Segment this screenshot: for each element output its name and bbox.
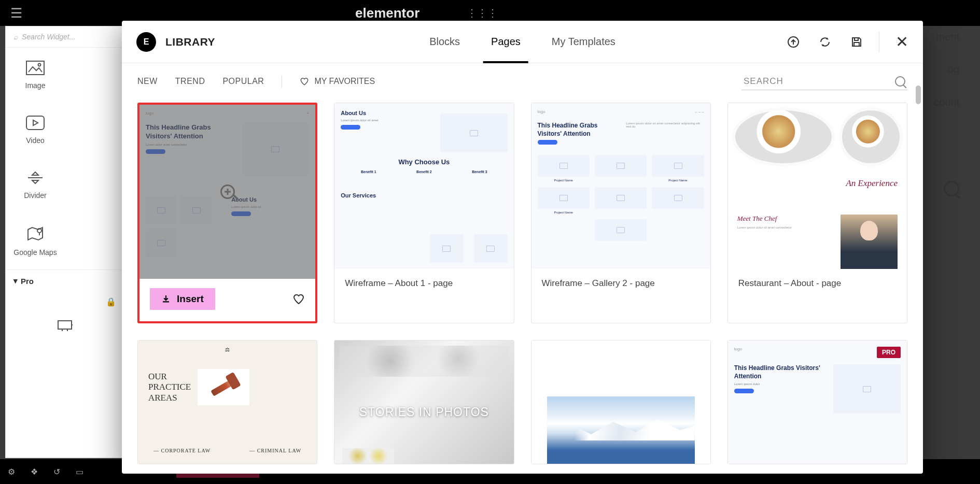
svg-point-1 <box>38 64 41 66</box>
template-thumbnail[interactable]: STEP INTO THE WILD Lorem ipsum dolor sit… <box>531 340 710 464</box>
template-card[interactable]: PRO logo– – – This Headline Grabs Visito… <box>727 340 907 464</box>
library-tabs: Blocks Pages My Templates <box>429 21 615 63</box>
template-card[interactable]: STORIES IN PHOTOS <box>334 340 514 464</box>
search-input[interactable] <box>744 76 887 87</box>
save-icon[interactable] <box>850 35 863 49</box>
library-modal: E LIBRARY Blocks Pages My Templates ✕ NE… <box>122 21 923 474</box>
template-card[interactable]: ⚖ OUR PRACTICE AREAS — CORPORATE LAW — C… <box>137 340 317 464</box>
insert-button[interactable]: Insert <box>150 288 215 310</box>
search-icon <box>895 76 905 87</box>
template-thumbnail[interactable]: logo≡ This Headline Grabs Visitors' Atte… <box>139 105 315 279</box>
widget-google-maps[interactable]: Google Maps <box>6 212 65 269</box>
history-icon[interactable]: ↺ <box>53 467 60 477</box>
filter-trend[interactable]: TREND <box>175 77 205 86</box>
widget-divider[interactable]: Divider <box>6 158 65 212</box>
filter-new[interactable]: NEW <box>137 77 158 86</box>
upload-icon[interactable] <box>787 35 800 49</box>
widget-image[interactable]: Image <box>6 48 65 103</box>
widget-video[interactable]: Video <box>6 103 65 158</box>
sync-icon[interactable] <box>818 35 832 49</box>
filter-row: NEW TREND POPULAR MY FAVORITES <box>122 63 923 99</box>
template-card[interactable]: logo– – – This Headline Grabs Visitors' … <box>531 103 711 323</box>
heart-icon <box>300 77 309 86</box>
template-grid: logo≡ This Headline Grabs Visitors' Atte… <box>137 103 907 464</box>
svg-marker-3 <box>33 120 38 125</box>
map-icon <box>26 225 45 242</box>
modal-title: LIBRARY <box>165 36 215 48</box>
pro-badge: PRO <box>877 347 901 358</box>
template-title: Restaurant – About - page <box>738 278 841 289</box>
template-card[interactable]: About Us Lorem ipsum dolor sit amet Why … <box>334 103 514 323</box>
divider <box>282 75 282 88</box>
template-thumbnail[interactable]: logo– – – This Headline Grabs Visitors' … <box>531 103 710 269</box>
scrollbar-thumb[interactable] <box>916 86 921 104</box>
svg-rect-8 <box>58 321 72 329</box>
filter-popular[interactable]: POPULAR <box>222 77 264 86</box>
template-thumbnail[interactable]: About Us Lorem ipsum dolor sit amet Why … <box>334 103 513 269</box>
layers-icon[interactable]: ❖ <box>31 467 38 477</box>
svg-rect-0 <box>26 61 44 75</box>
template-title: Wireframe – Gallery 2 - page <box>542 278 655 289</box>
search-icon: ⌕ <box>13 33 18 41</box>
chevron-down-icon: ▾ <box>13 276 18 286</box>
settings-icon[interactable]: ⚙ <box>8 467 15 477</box>
image-icon <box>26 61 45 75</box>
tab-my-templates[interactable]: My Templates <box>552 21 615 63</box>
video-icon <box>26 116 45 130</box>
svg-rect-2 <box>26 116 44 130</box>
tab-blocks[interactable]: Blocks <box>429 21 460 63</box>
svg-marker-4 <box>32 172 38 175</box>
template-thumbnail[interactable]: STORIES IN PHOTOS <box>334 340 513 464</box>
magnify-icon <box>220 184 235 199</box>
modal-header: E LIBRARY Blocks Pages My Templates ✕ <box>122 21 923 63</box>
responsive-icon[interactable]: ▭ <box>76 467 83 477</box>
download-icon <box>161 294 171 304</box>
template-thumbnail[interactable]: An Experience Meet The Chef Lorem ipsum … <box>728 103 907 269</box>
search-icon[interactable] <box>944 181 959 196</box>
template-thumbnail[interactable]: ⚖ OUR PRACTICE AREAS — CORPORATE LAW — C… <box>138 340 317 464</box>
widget-search[interactable]: ⌕ Search Widget... <box>6 26 124 48</box>
lock-icon: 🔒 <box>6 292 124 312</box>
filter-favorites[interactable]: MY FAVORITES <box>300 77 375 86</box>
apps-grid-icon[interactable]: ⋮⋮⋮ <box>467 7 498 19</box>
template-grid-scroll[interactable]: logo≡ This Headline Grabs Visitors' Atte… <box>122 99 923 474</box>
elementor-logo: elementor <box>355 5 419 21</box>
template-card[interactable]: An Experience Meet The Chef Lorem ipsum … <box>727 103 907 323</box>
close-button[interactable]: ✕ <box>895 35 908 49</box>
favorite-toggle[interactable] <box>292 293 305 305</box>
template-search[interactable] <box>741 73 907 90</box>
divider-icon <box>26 170 45 185</box>
navigator-icon[interactable] <box>6 312 124 340</box>
magnify-handle <box>232 194 239 201</box>
template-card[interactable]: STEP INTO THE WILD Lorem ipsum dolor sit… <box>531 340 711 464</box>
hamburger-icon[interactable]: ☰ <box>10 5 22 21</box>
widget-sidebar: ⌕ Search Widget... Image Video Divider G… <box>5 26 124 458</box>
pro-section-toggle[interactable]: ▾ Pro <box>6 269 124 292</box>
template-title: Wireframe – About 1 - page <box>345 278 453 289</box>
template-card[interactable]: logo≡ This Headline Grabs Visitors' Atte… <box>137 103 317 323</box>
elementor-logo-icon: E <box>136 32 156 52</box>
template-thumbnail[interactable]: PRO logo– – – This Headline Grabs Visito… <box>728 340 907 464</box>
svg-marker-6 <box>32 180 38 183</box>
tab-pages[interactable]: Pages <box>491 21 521 63</box>
obscured-right-menu: ment og count <box>934 31 959 196</box>
